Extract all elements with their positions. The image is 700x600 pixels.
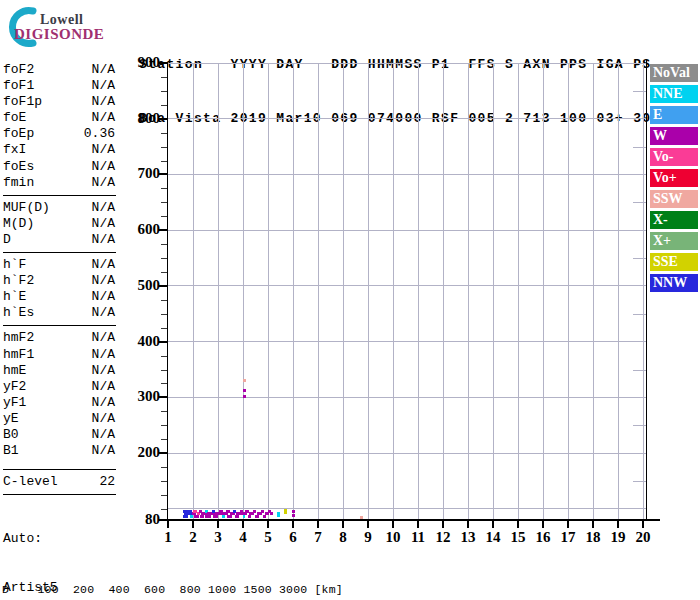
echo-point bbox=[270, 512, 273, 515]
legend-item-x+: X+ bbox=[650, 232, 698, 250]
vertical-gridline bbox=[493, 63, 494, 520]
right-axis-minor-tick bbox=[633, 481, 646, 482]
x-axis-tick-label: 3 bbox=[205, 529, 231, 546]
echo-point bbox=[243, 379, 246, 382]
right-axis-minor-tick bbox=[633, 91, 646, 92]
x-axis-tick-label: 14 bbox=[480, 529, 506, 546]
x-axis-tick-label: 15 bbox=[505, 529, 531, 546]
y-axis-tick-label: 400 bbox=[120, 333, 160, 350]
vertical-gridline bbox=[543, 63, 544, 520]
x-axis-tick-label: 2 bbox=[180, 529, 206, 546]
legend-item-nnw: NNW bbox=[650, 274, 698, 292]
echo-point bbox=[292, 510, 295, 513]
echo-point bbox=[292, 514, 295, 517]
y-axis-tick-label: 200 bbox=[120, 444, 160, 461]
x-axis-tick bbox=[192, 521, 194, 528]
x-axis-tick-label: 20 bbox=[630, 529, 656, 546]
y-axis-tick-label: 300 bbox=[120, 388, 160, 405]
x-axis-tick bbox=[367, 521, 369, 528]
x-axis-tick-label: 6 bbox=[280, 529, 306, 546]
horizontal-gridline bbox=[168, 230, 646, 231]
echo-point bbox=[263, 515, 266, 518]
horizontal-gridline bbox=[168, 174, 646, 175]
echo-point bbox=[243, 395, 246, 398]
vertical-gridline bbox=[218, 63, 219, 520]
echo-point bbox=[200, 515, 204, 518]
legend-item-nne: NNE bbox=[650, 85, 698, 103]
x-axis-tick-label: 18 bbox=[580, 529, 606, 546]
right-axis-minor-tick bbox=[633, 425, 646, 426]
echo-point bbox=[235, 515, 239, 518]
vertical-gridline bbox=[568, 63, 569, 520]
x-axis-tick-label: 9 bbox=[355, 529, 381, 546]
vertical-gridline bbox=[193, 63, 194, 520]
x-axis-tick bbox=[517, 521, 519, 528]
echo-point bbox=[242, 512, 247, 515]
vertical-gridline bbox=[293, 63, 294, 520]
echo-point bbox=[277, 512, 280, 517]
y-axis-tick-label: 500 bbox=[120, 277, 160, 294]
legend-item-ssw: SSW bbox=[650, 190, 698, 208]
x-axis-tick-label: 1 bbox=[155, 529, 181, 546]
right-axis-minor-tick bbox=[633, 370, 646, 371]
horizontal-gridline bbox=[168, 453, 646, 454]
echo-point bbox=[284, 509, 287, 514]
vertical-gridline bbox=[468, 63, 469, 520]
vertical-gridline bbox=[618, 63, 619, 520]
footer-status: D 100 200 400 600 800 1000 1500 3000 [km… bbox=[2, 555, 692, 600]
echo-point bbox=[243, 515, 245, 518]
echo-point bbox=[227, 515, 232, 518]
ionogram-plot: 9008007006005004003002008012345678910111… bbox=[0, 0, 700, 600]
echo-point bbox=[183, 515, 188, 518]
echo-point bbox=[248, 515, 251, 518]
legend-item-vo+: Vo+ bbox=[650, 169, 698, 187]
x-axis-tick-label: 5 bbox=[255, 529, 281, 546]
vertical-gridline bbox=[343, 63, 344, 520]
x-axis-tick bbox=[392, 521, 394, 528]
echo-point bbox=[255, 515, 259, 518]
vertical-gridline bbox=[318, 63, 319, 520]
x-axis-tick bbox=[542, 521, 544, 528]
vertical-gridline bbox=[593, 63, 594, 520]
x-axis-tick bbox=[167, 521, 169, 528]
echo-point bbox=[265, 512, 269, 515]
x-axis-tick-label: 13 bbox=[455, 529, 481, 546]
x-axis-tick-label: 4 bbox=[230, 529, 256, 546]
echo-type-legend: NoValNNEEWVo-Vo+SSWX-X+SSENNW bbox=[650, 64, 698, 295]
x-axis-tick bbox=[492, 521, 494, 528]
horizontal-gridline bbox=[168, 341, 646, 342]
right-axis-minor-tick bbox=[633, 314, 646, 315]
vertical-gridline bbox=[243, 63, 244, 520]
legend-item-vo-: Vo- bbox=[650, 148, 698, 166]
echo-point bbox=[261, 510, 264, 513]
x-axis-tick-label: 8 bbox=[330, 529, 356, 546]
x-axis-tick bbox=[267, 521, 269, 528]
x-axis-tick-label: 7 bbox=[305, 529, 331, 546]
vertical-gridline bbox=[418, 63, 419, 520]
digisonde-ionogram-window: Lowell DIGISONDE Station YYYY DAY DDD HH… bbox=[0, 0, 700, 600]
legend-item-sse: SSE bbox=[650, 253, 698, 271]
y-axis-tick-label: 80 bbox=[120, 511, 160, 528]
vertical-gridline bbox=[393, 63, 394, 520]
y-axis-tick-label: 600 bbox=[120, 221, 160, 238]
x-axis-tick-label: 16 bbox=[530, 529, 556, 546]
y-axis-line bbox=[167, 63, 168, 520]
horizontal-gridline bbox=[168, 397, 646, 398]
echo-point bbox=[194, 515, 199, 518]
vertical-gridline bbox=[268, 63, 269, 520]
x-axis-line bbox=[158, 519, 660, 521]
legend-item-noval: NoVal bbox=[650, 64, 698, 82]
echo-point bbox=[360, 516, 363, 519]
legend-item-x-: X- bbox=[650, 211, 698, 229]
x-axis-tick bbox=[242, 521, 244, 528]
echo-point bbox=[213, 515, 218, 518]
x-axis-tick bbox=[442, 521, 444, 528]
echo-point bbox=[205, 515, 211, 518]
vertical-gridline bbox=[518, 63, 519, 520]
echo-point bbox=[249, 512, 254, 515]
x-axis-tick bbox=[567, 521, 569, 528]
x-axis-tick bbox=[292, 521, 294, 528]
x-axis-tick-label: 19 bbox=[605, 529, 631, 546]
x-axis-tick bbox=[417, 521, 419, 528]
y-axis-tick-label: 800 bbox=[120, 110, 160, 127]
